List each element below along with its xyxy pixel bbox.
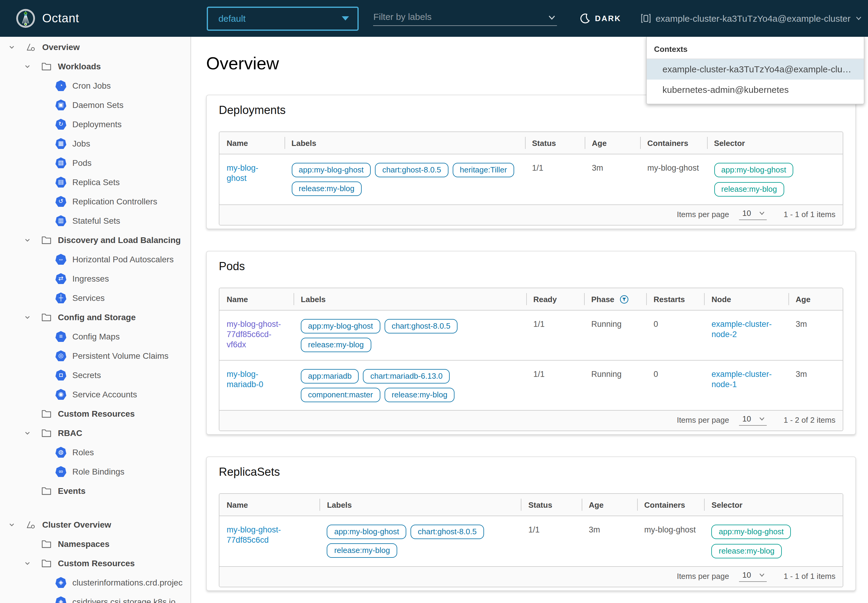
namespace-selector-value: default [218, 13, 246, 23]
namespace-selector[interactable]: default [207, 6, 359, 31]
app-header: Octant default DARK [0, 0, 868, 37]
folder-icon [41, 538, 52, 549]
pagination-range: 1 - 1 of 1 items [784, 210, 836, 219]
column-header-node: Node [704, 288, 788, 310]
resource-link[interactable]: example-cluster-node-2 [712, 320, 772, 339]
sidebar-item-workloads[interactable]: Workloads [0, 57, 190, 76]
chevron-down-icon[interactable] [7, 44, 15, 50]
column-header-label: Selector [712, 501, 743, 510]
cell-status: 1/1 [525, 155, 585, 204]
label-chip: heritage:Tiller [453, 163, 514, 177]
moon-icon [580, 13, 590, 23]
chevron-down-icon[interactable] [548, 14, 557, 22]
resource-link[interactable]: my-blog-ghost-77df85c6cd-vf6dx [227, 320, 281, 349]
selector-chip: app:my-blog-ghost [714, 163, 793, 177]
label-filter-input[interactable] [374, 11, 548, 22]
column-header-label: Age [588, 501, 603, 510]
sidebar-item-discovery-and-load-balancing[interactable]: Discovery and Load Balancing [0, 230, 190, 250]
config-maps-icon: ≡ [56, 331, 66, 342]
sidebar-item-rbac[interactable]: RBAC [0, 423, 190, 442]
cell-text: 1/1 [532, 164, 544, 172]
column-header-label: Name [227, 501, 248, 510]
sidebar-item-csidrivers-csi-storage-k8s-io[interactable]: ◈csidrivers.csi.storage.k8s.io [0, 592, 190, 603]
column-header-label: Age [795, 295, 811, 304]
sidebar-item-config-and-storage[interactable]: Config and Storage [0, 308, 190, 327]
sidebar: OverviewWorkloads◔Cron Jobs▣Daemon Sets↻… [0, 37, 191, 603]
table-header-row: NameLabelsStatusAgeContainersSelector [219, 132, 843, 154]
column-header-label: Status [528, 501, 552, 510]
csidrivers-csi-storage-k8s-io-icon: ◈ [56, 596, 66, 603]
cell-name: my-blog-ghost-77df85c6cd-vf6dx [219, 311, 293, 360]
resource-link[interactable]: example-cluster-node-1 [712, 370, 772, 389]
items-per-page-select[interactable]: 10 [739, 571, 767, 582]
sidebar-item-clusterinformations-crd-projec[interactable]: ◈clusterinformations.crd.projec [0, 573, 190, 592]
sidebar-item-roles[interactable]: ◍Roles [0, 442, 190, 462]
label-chip: component:master [301, 388, 380, 402]
label-chip: chart:ghost-8.0.5 [375, 163, 448, 177]
pagination-range: 1 - 1 of 1 items [784, 572, 836, 581]
sidebar-item-jobs[interactable]: ▦Jobs [0, 134, 190, 153]
items-per-page-value: 10 [742, 571, 751, 580]
replica-sets-icon: ▤ [56, 177, 66, 187]
chevron-down-icon[interactable] [23, 560, 31, 566]
sidebar-item-cron-jobs[interactable]: ◔Cron Jobs [0, 76, 190, 95]
column-header-label: Containers [644, 501, 685, 510]
chevron-down-icon[interactable] [23, 237, 31, 243]
sidebar-item-label: csidrivers.csi.storage.k8s.io [73, 597, 175, 603]
sidebar-item-daemon-sets[interactable]: ▣Daemon Sets [0, 95, 190, 114]
cell-text: 0 [654, 320, 658, 329]
sidebar-item-label: Services [73, 293, 105, 303]
cell-labels: app:my-blog-ghostchart:ghost-8.0.5releas… [293, 311, 526, 360]
folder-icon [41, 235, 52, 246]
sidebar-item-label: Deployments [73, 119, 122, 129]
dark-mode-toggle[interactable]: DARK [580, 13, 621, 23]
chevron-down-icon[interactable] [23, 430, 31, 436]
chevron-down-icon[interactable] [23, 63, 31, 70]
items-per-page-select[interactable]: 10 [739, 209, 767, 220]
column-header-age: Age [581, 494, 637, 516]
sidebar-item-label: Events [58, 486, 86, 496]
sidebar-item-namespaces[interactable]: Namespaces [0, 534, 190, 554]
sidebar-item-cluster-overview[interactable]: Cluster Overview [0, 515, 190, 534]
sidebar-item-ingresses[interactable]: ⇄Ingresses [0, 269, 190, 288]
sidebar-item-config-maps[interactable]: ≡Config Maps [0, 327, 190, 346]
sidebar-item-deployments[interactable]: ↻Deployments [0, 114, 190, 134]
sidebar-item-custom-resources[interactable]: Custom Resources [0, 404, 190, 423]
label-chip: app:my-blog-ghost [301, 319, 380, 334]
service-accounts-icon: ◉ [56, 389, 66, 400]
app-title: Octant [42, 11, 79, 25]
chevron-down-icon[interactable] [23, 314, 31, 320]
sidebar-item-label: Custom Resources [58, 558, 135, 568]
column-header-labels: Labels [320, 494, 521, 516]
sidebar-item-replication-controllers[interactable]: ↺Replication Controllers [0, 192, 190, 211]
sidebar-item-services[interactable]: ┼Services [0, 288, 190, 308]
items-per-page-select[interactable]: 10 [739, 414, 767, 426]
table-footer: Items per page101 - 1 of 1 items [219, 566, 843, 587]
items-per-page-value: 10 [742, 209, 751, 218]
sidebar-item-role-bindings[interactable]: ∞Role Bindings [0, 462, 190, 481]
sidebar-item-label: Stateful Sets [73, 216, 120, 226]
sidebar-item-stateful-sets[interactable]: ▥Stateful Sets [0, 211, 190, 230]
sidebar-item-pods[interactable]: ▧Pods [0, 153, 190, 172]
items-per-page-label: Items per page [677, 416, 729, 425]
resource-link[interactable]: my-blog-mariadb-0 [227, 370, 263, 389]
filter-icon[interactable] [620, 295, 629, 304]
sidebar-item-persistent-volume-claims[interactable]: ◎Persistent Volume Claims [0, 346, 190, 365]
folder-icon [41, 61, 52, 72]
resource-link[interactable]: my-blog-ghost-77df85c6cd [227, 525, 281, 544]
sidebar-item-replica-sets[interactable]: ▤Replica Sets [0, 172, 190, 192]
column-header-name: Name [219, 132, 284, 154]
context-switcher[interactable]: example-cluster-ka3TuTzYo4a@example-clus… [641, 13, 864, 23]
sidebar-item-custom-resources[interactable]: Custom Resources [0, 554, 190, 573]
sidebar-item-secrets[interactable]: ◘Secrets [0, 365, 190, 385]
sidebar-item-events[interactable]: Events [0, 481, 190, 501]
sidebar-item-overview[interactable]: Overview [0, 37, 190, 57]
context-menu-item[interactable]: kubernetes-admin@kubernetes [647, 80, 864, 100]
resource-link[interactable]: my-blog-ghost [227, 164, 258, 183]
cell-name: my-blog-mariadb-0 [219, 360, 293, 410]
sidebar-item-label: Service Accounts [73, 390, 137, 399]
sidebar-item-horizontal-pod-autoscalers[interactable]: ⇔Horizontal Pod Autoscalers [0, 250, 190, 269]
context-menu-item[interactable]: example-cluster-ka3TuTzYo4a@example-clu… [647, 59, 864, 80]
chevron-down-icon[interactable] [7, 521, 15, 528]
sidebar-item-service-accounts[interactable]: ◉Service Accounts [0, 385, 190, 404]
